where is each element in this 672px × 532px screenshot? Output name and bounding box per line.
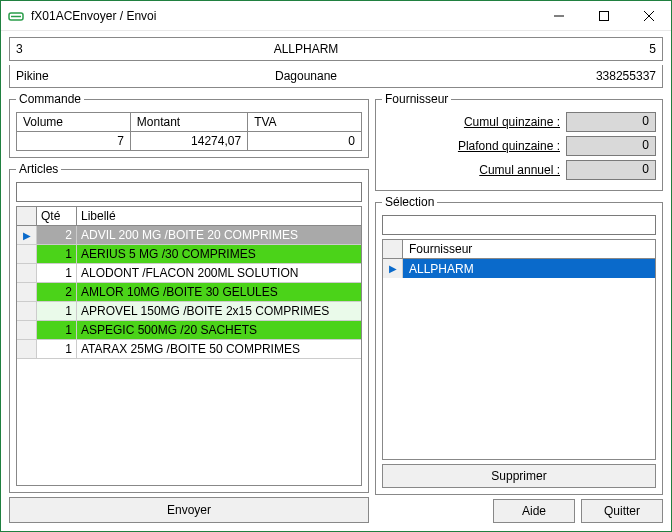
minimize-button[interactable] — [536, 1, 581, 31]
articles-hdr-qte[interactable]: Qté — [37, 207, 77, 225]
selection-grid-body[interactable]: ▶ALLPHARM — [383, 259, 655, 459]
commande-tva: 0 — [248, 132, 362, 151]
info2-right: 338255337 — [536, 69, 656, 83]
articles-row[interactable]: 2AMLOR 10MG /BOITE 30 GELULES — [17, 283, 361, 302]
articles-cell-qte: 1 — [37, 302, 77, 321]
info1-center: ALLPHARM — [76, 42, 536, 56]
window-title: fX01ACEnvoyer / Envoi — [31, 9, 536, 23]
articles-cell-qte: 1 — [37, 264, 77, 283]
row-indicator — [17, 245, 37, 264]
articles-grid: Qté Libellé ▶2ADVIL 200 MG /BOITE 20 COM… — [16, 206, 362, 486]
row-indicator: ▶ — [17, 226, 37, 245]
row-indicator — [17, 264, 37, 283]
selection-group: Sélection Fournisseur ▶ALLPHARM Supprime… — [375, 195, 663, 495]
svg-rect-3 — [599, 11, 608, 20]
selection-cell-name: ALLPHARM — [403, 259, 655, 278]
articles-legend: Articles — [16, 162, 61, 176]
left-column: Commande Volume Montant TVA 7 14274,07 0 — [9, 92, 369, 523]
fournisseur-legend: Fournisseur — [382, 92, 451, 106]
row-indicator — [17, 321, 37, 340]
articles-row[interactable]: 1ASPEGIC 500MG /20 SACHETS — [17, 321, 361, 340]
commande-hdr-tva: TVA — [248, 113, 362, 132]
right-column: Fournisseur Cumul quinzaine : 0 Plafond … — [375, 92, 663, 523]
cumul-annuel-row: Cumul annuel : 0 — [382, 160, 656, 180]
app-icon — [7, 7, 25, 25]
articles-row[interactable]: 1APROVEL 150MG /BOITE 2x15 COMPRIMES — [17, 302, 361, 321]
articles-cell-libelle: AMLOR 10MG /BOITE 30 GELULES — [77, 283, 361, 302]
row-indicator — [17, 302, 37, 321]
articles-row[interactable]: 1ATARAX 25MG /BOITE 50 COMPRIMES — [17, 340, 361, 359]
current-row-icon: ▶ — [389, 263, 397, 274]
bottom-buttons: Aide Quitter — [375, 499, 663, 523]
articles-cell-qte: 1 — [37, 340, 77, 359]
articles-hdr-selector — [17, 207, 37, 225]
commande-hdr-volume: Volume — [17, 113, 131, 132]
plafond-quinzaine-value: 0 — [566, 136, 656, 156]
window: fX01ACEnvoyer / Envoi 3 ALLPHARM 5 Pikin… — [0, 0, 672, 532]
selection-grid: Fournisseur ▶ALLPHARM — [382, 239, 656, 460]
articles-cell-libelle: ALODONT /FLACON 200ML SOLUTION — [77, 264, 361, 283]
plafond-quinzaine-row: Plafond quinzaine : 0 — [382, 136, 656, 156]
info2-left: Pikine — [16, 69, 76, 83]
info1-right: 5 — [536, 42, 656, 56]
articles-cell-qte: 1 — [37, 245, 77, 264]
articles-cell-libelle: ASPEGIC 500MG /20 SACHETS — [77, 321, 361, 340]
articles-cell-libelle: ADVIL 200 MG /BOITE 20 COMPRIMES — [77, 226, 361, 245]
supprimer-button[interactable]: Supprimer — [382, 464, 656, 488]
close-button[interactable] — [626, 1, 671, 31]
cumul-quinzaine-value: 0 — [566, 112, 656, 132]
commande-legend: Commande — [16, 92, 84, 106]
articles-cell-libelle: APROVEL 150MG /BOITE 2x15 COMPRIMES — [77, 302, 361, 321]
row-indicator — [17, 283, 37, 302]
articles-cell-qte: 1 — [37, 321, 77, 340]
articles-cell-qte: 2 — [37, 226, 77, 245]
selection-legend: Sélection — [382, 195, 437, 209]
articles-cell-libelle: ATARAX 25MG /BOITE 50 COMPRIMES — [77, 340, 361, 359]
selection-grid-header: Fournisseur — [383, 240, 655, 259]
fournisseur-group: Fournisseur Cumul quinzaine : 0 Plafond … — [375, 92, 663, 191]
envoyer-button[interactable]: Envoyer — [9, 497, 369, 523]
articles-grid-body[interactable]: ▶2ADVIL 200 MG /BOITE 20 COMPRIMES1AERIU… — [17, 226, 361, 485]
cumul-quinzaine-label: Cumul quinzaine : — [382, 115, 560, 129]
cumul-annuel-label: Cumul annuel : — [382, 163, 560, 177]
titlebar: fX01ACEnvoyer / Envoi — [1, 1, 671, 31]
cumul-annuel-value: 0 — [566, 160, 656, 180]
info-row-2: Pikine Dagounane 338255337 — [9, 65, 663, 88]
cumul-quinzaine-row: Cumul quinzaine : 0 — [382, 112, 656, 132]
commande-volume: 7 — [17, 132, 131, 151]
row-indicator: ▶ — [383, 259, 403, 278]
commande-header-row: Volume Montant TVA — [17, 113, 362, 132]
commande-group: Commande Volume Montant TVA 7 14274,07 0 — [9, 92, 369, 158]
selection-row[interactable]: ▶ALLPHARM — [383, 259, 655, 278]
articles-group: Articles Qté Libellé ▶2ADVIL 200 MG /BOI… — [9, 162, 369, 493]
articles-row[interactable]: 1AERIUS 5 MG /30 COMPRIMES — [17, 245, 361, 264]
articles-search-input[interactable] — [16, 182, 362, 202]
main-row: Commande Volume Montant TVA 7 14274,07 0 — [9, 92, 663, 523]
commande-montant: 14274,07 — [130, 132, 247, 151]
quitter-button[interactable]: Quitter — [581, 499, 663, 523]
articles-row[interactable]: ▶2ADVIL 200 MG /BOITE 20 COMPRIMES — [17, 226, 361, 245]
articles-row[interactable]: 1ALODONT /FLACON 200ML SOLUTION — [17, 264, 361, 283]
info1-left: 3 — [16, 42, 76, 56]
row-indicator — [17, 340, 37, 359]
commande-hdr-montant: Montant — [130, 113, 247, 132]
content: 3 ALLPHARM 5 Pikine Dagounane 338255337 … — [1, 31, 671, 531]
selection-hdr-selector — [383, 240, 403, 258]
plafond-quinzaine-label: Plafond quinzaine : — [382, 139, 560, 153]
articles-cell-qte: 2 — [37, 283, 77, 302]
info2-center: Dagounane — [76, 69, 536, 83]
current-row-icon: ▶ — [23, 230, 31, 241]
maximize-button[interactable] — [581, 1, 626, 31]
selection-search-input[interactable] — [382, 215, 656, 235]
articles-cell-libelle: AERIUS 5 MG /30 COMPRIMES — [77, 245, 361, 264]
articles-hdr-libelle[interactable]: Libellé — [77, 207, 361, 225]
aide-button[interactable]: Aide — [493, 499, 575, 523]
articles-grid-header: Qté Libellé — [17, 207, 361, 226]
commande-table: Volume Montant TVA 7 14274,07 0 — [16, 112, 362, 151]
commande-value-row: 7 14274,07 0 — [17, 132, 362, 151]
selection-hdr-fournisseur[interactable]: Fournisseur — [403, 240, 655, 258]
info-row-1: 3 ALLPHARM 5 — [9, 37, 663, 61]
